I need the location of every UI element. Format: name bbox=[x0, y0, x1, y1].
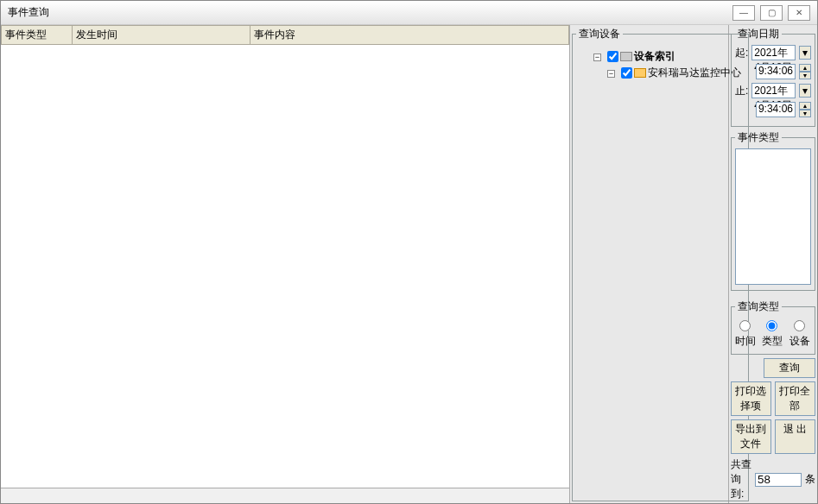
from-label: 起: bbox=[735, 46, 748, 60]
window-title: 事件查询 bbox=[8, 5, 49, 20]
event-type-list[interactable] bbox=[735, 148, 811, 285]
date-group: 查询日期 起: 2021年 4月18日 ▾ 9:34:06 ▲▼ 止: 2021… bbox=[731, 27, 815, 127]
to-time-input[interactable]: 9:34:06 bbox=[756, 102, 796, 117]
radio-device[interactable]: 设备 bbox=[789, 318, 811, 349]
titlebar: 事件查询 — ▢ ✕ bbox=[1, 1, 817, 25]
exit-button[interactable]: 退 出 bbox=[775, 419, 815, 454]
to-label: 止: bbox=[735, 84, 748, 98]
device-center[interactable]: 安科瑞马达监控中心 bbox=[648, 66, 741, 79]
spin-up-icon[interactable]: ▲ bbox=[799, 102, 811, 110]
count-value[interactable] bbox=[755, 473, 802, 487]
minimize-button[interactable]: — bbox=[732, 5, 755, 21]
event-grid-panel: 事件类型 发生时间 事件内容 bbox=[1, 25, 570, 503]
device-legend: 查询设备 bbox=[576, 27, 623, 41]
event-grid[interactable]: 事件类型 发生时间 事件内容 bbox=[1, 25, 569, 488]
to-date-input[interactable]: 2021年 4月19日 bbox=[751, 83, 796, 98]
query-type-group: 查询类型 时间 类型 设备 bbox=[731, 299, 815, 355]
spin-up-icon[interactable]: ▲ bbox=[799, 64, 811, 72]
print-selected-button[interactable]: 打印选择项 bbox=[731, 381, 771, 416]
etypes-legend: 事件类型 bbox=[735, 130, 782, 145]
collapse-icon[interactable]: − bbox=[593, 54, 601, 61]
root-checkbox[interactable] bbox=[607, 51, 618, 62]
event-type-group: 事件类型 bbox=[731, 130, 815, 291]
h-scrollbar[interactable] bbox=[1, 488, 569, 503]
from-time-input[interactable]: 9:34:06 bbox=[756, 64, 796, 79]
count-unit: 条 bbox=[805, 472, 815, 487]
from-date-dropdown[interactable]: ▾ bbox=[799, 46, 811, 60]
col-content[interactable]: 事件内容 bbox=[250, 26, 569, 45]
collapse-icon[interactable]: − bbox=[607, 70, 615, 78]
from-date-input[interactable]: 2021年 4月18日 bbox=[751, 45, 796, 60]
event-query-window: 事件查询 — ▢ ✕ 事件类型 发生时间 事件内容 bbox=[0, 0, 818, 504]
close-button[interactable]: ✕ bbox=[788, 5, 810, 21]
folder-icon bbox=[634, 68, 646, 78]
radio-time[interactable]: 时间 bbox=[735, 318, 757, 349]
center-checkbox[interactable] bbox=[621, 67, 632, 79]
radio-type[interactable]: 类型 bbox=[762, 318, 783, 349]
to-date-dropdown[interactable]: ▾ bbox=[799, 84, 811, 98]
spin-down-icon[interactable]: ▼ bbox=[799, 110, 811, 117]
col-event-type[interactable]: 事件类型 bbox=[2, 26, 73, 45]
col-time[interactable]: 发生时间 bbox=[73, 26, 250, 45]
maximize-button[interactable]: ▢ bbox=[760, 5, 783, 21]
date-legend: 查询日期 bbox=[735, 27, 782, 41]
disk-icon bbox=[620, 52, 632, 61]
qtype-legend: 查询类型 bbox=[735, 299, 782, 314]
query-button[interactable]: 查询 bbox=[764, 358, 815, 378]
export-button[interactable]: 导出到文件 bbox=[731, 419, 771, 454]
count-label: 共查询到: bbox=[731, 457, 751, 501]
spin-down-icon[interactable]: ▼ bbox=[799, 72, 811, 79]
device-tree[interactable]: −设备索引 −安科瑞马达监控中心 bbox=[576, 45, 745, 495]
device-root: 设备索引 bbox=[634, 50, 675, 62]
print-all-button[interactable]: 打印全部 bbox=[775, 381, 815, 416]
